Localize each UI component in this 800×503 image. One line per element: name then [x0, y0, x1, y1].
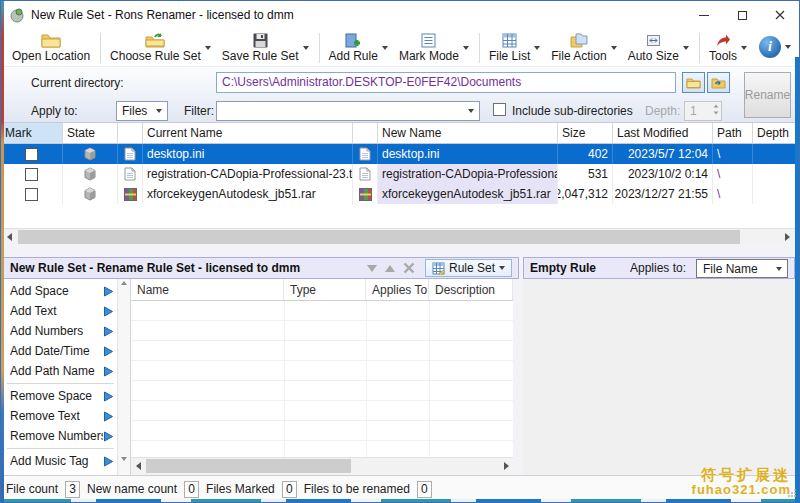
rule-button-add-path-name[interactable]: Add Path Name: [3, 361, 118, 381]
rule-button-add-date-time[interactable]: Add Date/Time: [3, 341, 118, 361]
rule-button-add-text[interactable]: Add Text: [3, 301, 118, 321]
rule-button-remove-space[interactable]: Remove Space: [3, 386, 118, 406]
delete-rule-button[interactable]: [403, 262, 415, 274]
column-header-current-name[interactable]: Current Name: [143, 123, 353, 143]
path-cell: \: [713, 164, 753, 184]
apply-to-select[interactable]: Files: [116, 101, 168, 121]
path-cell: \: [713, 184, 753, 204]
rule-button-label: Add Text: [10, 304, 103, 318]
rule-set-menu-button[interactable]: Rule Set: [425, 259, 512, 277]
current-directory-input[interactable]: C:\Users\Administrator.DESKTOP-E0FEF42\D…: [216, 72, 676, 93]
play-arrow-icon: [103, 326, 114, 337]
toolbar: Open Location Choose Rule Set Save Rule …: [1, 29, 799, 67]
column-header-applies-to[interactable]: Applies To: [366, 279, 429, 300]
rule-list-vertical-scrollbar[interactable]: [117, 279, 130, 477]
column-header-mark[interactable]: Mark: [1, 123, 63, 143]
include-subdirectories-checkbox[interactable]: [493, 103, 506, 116]
depth-label: Depth:: [645, 104, 680, 118]
file-list-button[interactable]: File List: [484, 31, 545, 65]
rar-file-icon: [124, 188, 137, 201]
toolbar-button-label: Open Location: [12, 49, 90, 63]
mark-mode-icon: [421, 33, 436, 48]
column-header-icon[interactable]: [353, 123, 378, 143]
rules-table-horizontal-scrollbar[interactable]: [131, 457, 513, 473]
mark-mode-button[interactable]: Mark Mode: [394, 31, 474, 65]
close-button[interactable]: [761, 1, 799, 29]
scroll-up-icon[interactable]: [121, 281, 127, 285]
depth-spinner[interactable]: 1: [684, 101, 722, 121]
column-header-new-name[interactable]: New Name: [378, 123, 558, 143]
scroll-right-icon[interactable]: [779, 229, 795, 245]
minimize-button[interactable]: [685, 1, 723, 29]
scroll-right-icon[interactable]: [499, 458, 513, 474]
minimize-icon: [699, 15, 709, 16]
rule-button-add-space[interactable]: Add Space: [3, 281, 118, 301]
rule-button-label: Remove Numbers: [10, 429, 103, 443]
column-header-icon[interactable]: [118, 123, 143, 143]
column-header-last-modified[interactable]: Last Modified: [613, 123, 713, 143]
column-header-size[interactable]: Size: [558, 123, 613, 143]
column-header-path[interactable]: Path: [713, 123, 753, 143]
info-icon: i: [759, 36, 781, 58]
page-edge-right: [795, 57, 799, 503]
open-location-icon: [41, 33, 61, 48]
scroll-down-icon[interactable]: [121, 457, 127, 461]
column-header-description[interactable]: Description: [429, 279, 513, 300]
rule-button-label: Add Path Name: [10, 364, 103, 378]
play-arrow-icon: [103, 431, 114, 442]
add-rule-button[interactable]: Add Rule: [324, 31, 393, 65]
spinner-arrows-icon[interactable]: [713, 104, 719, 115]
empty-rule-panel: [523, 279, 795, 477]
path-cell: \: [713, 144, 753, 164]
rules-table-body[interactable]: [131, 301, 513, 457]
last-modified-cell: 2023/5/7 12:04: [613, 144, 713, 164]
table-row[interactable]: desktop.ini desktop.ini 402 2023/5/7 12:…: [1, 144, 799, 164]
rule-button-add-numbers[interactable]: Add Numbers: [3, 321, 118, 341]
scrollbar-thumb[interactable]: [18, 230, 740, 244]
tools-icon: [715, 33, 731, 48]
open-location-button[interactable]: Open Location: [7, 31, 95, 65]
folder-refresh-icon: [711, 76, 726, 89]
save-rule-set-button[interactable]: Save Rule Set: [217, 31, 314, 65]
browse-folder-button[interactable]: [682, 72, 705, 93]
auto-size-button[interactable]: Auto Size: [623, 31, 694, 65]
column-header-state[interactable]: State: [63, 123, 118, 143]
rule-list-separator: [7, 448, 114, 449]
scroll-left-icon[interactable]: [131, 458, 145, 474]
rule-button-remove-text[interactable]: Remove Text: [3, 406, 118, 426]
tools-button[interactable]: Tools: [704, 31, 752, 65]
text-file-icon: [124, 147, 136, 161]
file-action-button[interactable]: File Action: [546, 31, 621, 65]
applies-to-select[interactable]: File Name: [696, 259, 788, 278]
column-header-depth[interactable]: Depth: [753, 123, 799, 143]
resize-grip[interactable]: [787, 488, 797, 498]
scrollbar-thumb[interactable]: [146, 459, 351, 473]
rules-table-header: Name Type Applies To Description: [131, 279, 513, 301]
maximize-button[interactable]: [723, 1, 761, 29]
refresh-directory-button[interactable]: [707, 72, 730, 93]
toolbar-button-label: Choose Rule Set: [110, 49, 201, 63]
move-rule-up-button[interactable]: [385, 265, 395, 272]
file-count-value: 3: [65, 481, 80, 498]
directory-panel: Current directory: C:\Users\Administrato…: [1, 67, 799, 123]
rule-button-add-music-tag[interactable]: Add Music Tag: [3, 451, 118, 471]
rule-button-remove-numbers[interactable]: Remove Numbers: [3, 426, 118, 446]
rule-button-label: Remove Space: [10, 389, 103, 403]
column-header-type[interactable]: Type: [284, 279, 366, 300]
mark-checkbox[interactable]: [25, 168, 38, 181]
rename-button[interactable]: Rename: [744, 72, 791, 118]
new-name-cell: registration-CADopia-Professional-23.txt: [378, 164, 558, 184]
mark-checkbox[interactable]: [25, 148, 38, 161]
move-rule-down-button[interactable]: [367, 265, 377, 272]
column-header-name[interactable]: Name: [131, 279, 284, 300]
file-table-horizontal-scrollbar[interactable]: [1, 228, 799, 244]
table-row[interactable]: registration-CADopia-Professional-23.txt…: [1, 164, 799, 184]
rule-button-label: Add Music Tag: [10, 454, 103, 468]
table-row[interactable]: xforcekeygenAutodesk_jb51.rar xforcekeyg…: [1, 184, 799, 204]
filter-combobox[interactable]: [216, 101, 480, 121]
info-button[interactable]: i: [759, 36, 791, 58]
apply-to-value: Files: [122, 104, 147, 118]
state-icon: [83, 187, 97, 201]
choose-rule-set-button[interactable]: Choose Rule Set: [105, 31, 216, 65]
mark-checkbox[interactable]: [25, 188, 38, 201]
